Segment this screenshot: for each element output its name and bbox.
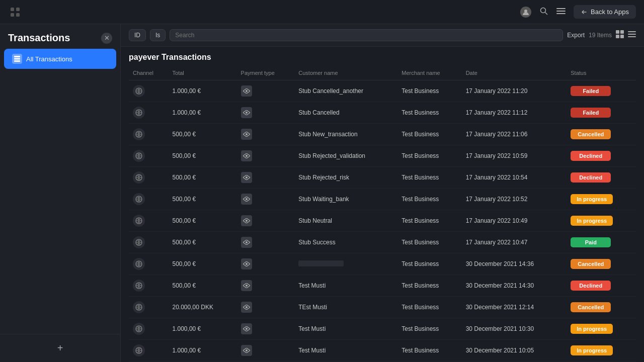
col-payment-type: Payment type [237,66,295,80]
table-row[interactable]: 500,00 €Stub Waiting_bankTest Business17… [129,189,636,210]
redacted-customer: ​ [298,260,344,266]
col-status: Status [567,66,636,80]
status-badge: Cancelled [571,302,611,312]
table-row[interactable]: 1.000,00 €Stub Cancelled_anotherTest Bus… [129,80,636,102]
channel-icon [133,128,145,140]
table-row[interactable]: 500,00 €Stub Rejected_riskTest Business1… [129,167,636,189]
filter-id-chip[interactable]: ID [129,29,146,41]
list-view-button[interactable] [628,30,636,40]
cell-total: 500,00 € [169,275,237,297]
status-badge: Cancelled [571,129,611,139]
status-badge: Failed [571,108,611,118]
table-row[interactable]: 500,00 €Stub NeutralTest Business17 Janu… [129,210,636,232]
cell-total: 500,00 € [169,124,237,145]
cell-date: 17 January 2022 10:49 [462,210,567,232]
table-row[interactable]: 1.000,00 €Test MustiTest Business30 Dece… [129,318,636,340]
back-to-apps-button[interactable]: Back to Apps [574,5,636,19]
svg-rect-15 [616,35,619,38]
cell-total: 500,00 € [169,145,237,167]
search-icon[interactable] [539,7,548,17]
cell-customer: Stub New_transaction [294,124,397,145]
sidebar-footer: + [0,334,120,362]
payment-icon [241,85,252,97]
add-button[interactable]: + [57,342,63,354]
cell-date: 30 December 2021 14:30 [462,275,567,297]
cell-status: In progress [567,318,636,340]
menu-icon[interactable] [556,7,566,17]
topbar: Back to Apps [0,0,644,24]
status-badge: In progress [571,324,613,334]
cell-total: 1.000,00 € [169,340,237,361]
payment-icon [241,129,252,140]
svg-point-63 [246,306,248,308]
sidebar: Transactions ✕ All Transactions + [0,24,121,362]
svg-rect-18 [628,34,636,35]
svg-rect-8 [556,11,566,12]
table-row[interactable]: 1.000,00 €Stub CancelledTest Business17 … [129,102,636,124]
svg-point-71 [246,349,248,351]
table-row[interactable]: 500,00 €​Test Business30 December 2021 1… [129,253,636,275]
cell-status: Declined [567,167,636,189]
col-merchant-name: Merchant name [397,66,461,80]
filter-is-chip[interactable]: Is [150,29,166,41]
cell-merchant: Test Business [397,167,461,189]
payment-icon [241,237,252,248]
search-input[interactable] [170,29,563,41]
channel-icon [133,323,145,335]
cell-date: 17 January 2022 11:20 [462,80,567,102]
table-row[interactable]: 500,00 €Stub New_transactionTest Busines… [129,124,636,145]
sidebar-close-button[interactable]: ✕ [101,33,112,44]
cell-customer: ​ [294,253,397,275]
transactions-table: Channel Total Payment type Customer name… [129,66,636,362]
table-row[interactable]: 500,00 €Test MustiTest Business30 Decemb… [129,275,636,297]
status-badge: Declined [571,281,611,291]
cell-payment-type [237,340,295,361]
cell-status: In progress [567,189,636,210]
svg-point-59 [246,285,248,287]
svg-rect-12 [14,60,20,62]
cell-total: 1.000,00 € [169,318,237,340]
status-badge: In progress [571,194,613,204]
cell-merchant: Test Business [397,102,461,124]
profile-icon[interactable] [520,7,531,18]
svg-point-67 [246,328,248,330]
table-header-row: Channel Total Payment type Customer name… [129,66,636,80]
cell-channel [129,189,169,210]
svg-rect-0 [11,8,14,11]
filter-bar: ID Is Export 19 Items [121,24,644,47]
svg-rect-16 [620,35,624,38]
cell-merchant: Test Business [397,275,461,297]
cell-date: 30 December 2021 12:14 [462,297,567,318]
cell-customer: Test Musti [294,340,397,361]
channel-icon [133,236,145,248]
table-row[interactable]: 500,00 €Stub SuccessTest Business17 Janu… [129,232,636,253]
cell-payment-type [237,275,295,297]
cell-date: 17 January 2022 10:59 [462,145,567,167]
grid-icon[interactable] [8,5,22,19]
svg-point-43 [246,198,248,200]
svg-point-55 [246,263,248,265]
cell-customer: Stub Waiting_bank [294,189,397,210]
grid-view-button[interactable] [616,30,624,40]
channel-icon [133,301,145,313]
table-row[interactable]: 500,00 €Stub Rejected_validationTest Bus… [129,145,636,167]
svg-rect-10 [14,56,20,57]
payment-icon [241,150,252,161]
cell-date: 17 January 2022 11:12 [462,102,567,124]
table-row[interactable]: 20.000,00 DKKTEst MustiTest Business30 D… [129,297,636,318]
cell-date: 17 January 2022 10:54 [462,167,567,189]
sidebar-item-all-transactions[interactable]: All Transactions [4,49,116,69]
svg-point-39 [246,176,248,178]
cell-total: 500,00 € [169,232,237,253]
svg-rect-1 [16,8,20,11]
cell-status: Declined [567,275,636,297]
cell-channel [129,210,169,232]
table-row[interactable]: 1.000,00 €Test MustiTest Business30 Dece… [129,340,636,361]
cell-channel [129,167,169,189]
status-badge: Declined [571,172,611,183]
export-label[interactable]: Export [567,32,585,39]
status-badge: Cancelled [571,259,611,269]
cell-payment-type [237,189,295,210]
page-title: payever Transactions [121,47,644,66]
cell-date: 17 January 2022 10:52 [462,189,567,210]
